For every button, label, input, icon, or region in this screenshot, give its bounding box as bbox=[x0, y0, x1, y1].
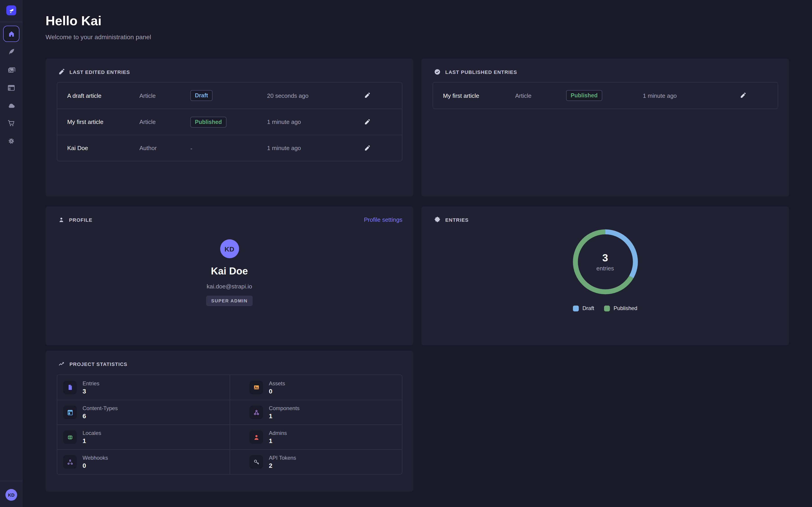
entry-time: 1 minute ago bbox=[267, 118, 364, 125]
edit-entry-button[interactable] bbox=[364, 119, 370, 125]
entry-kind: Article bbox=[139, 92, 190, 99]
stats-row: Webhooks 0 API Tokens 2 bbox=[57, 449, 402, 474]
status-badge: Published bbox=[566, 90, 602, 101]
media-library-icon bbox=[7, 66, 15, 74]
sidebar-divider bbox=[0, 22, 22, 22]
stat-api-tokens: API Tokens 2 bbox=[230, 450, 402, 474]
entry-kind: Article bbox=[515, 92, 566, 99]
card-title: ENTRIES bbox=[445, 217, 469, 222]
edit-entry-button[interactable] bbox=[364, 145, 370, 151]
feather-icon bbox=[7, 48, 15, 56]
stat-entries: Entries 3 bbox=[57, 375, 230, 400]
edit-entry-button[interactable] bbox=[740, 93, 746, 99]
legend-item-published: Published bbox=[604, 305, 637, 312]
profile-email: kai.doe@strapi.io bbox=[207, 283, 252, 290]
pencil-icon bbox=[364, 145, 370, 151]
layout-icon bbox=[7, 84, 15, 92]
pencil-icon bbox=[364, 93, 370, 99]
sidebar-item-settings[interactable] bbox=[0, 132, 22, 150]
entry-name: A draft article bbox=[67, 92, 139, 99]
stat-components: Components 1 bbox=[230, 400, 402, 425]
entries-chart-body: 3 entries Draft Published bbox=[421, 223, 789, 312]
layout-icon bbox=[63, 406, 77, 419]
pencil-icon bbox=[58, 68, 65, 75]
stat-value: 1 bbox=[269, 412, 300, 419]
stat-value: 1 bbox=[83, 437, 101, 444]
sidebar-item-home[interactable] bbox=[3, 26, 19, 42]
card-header: PROFILE Profile settings bbox=[46, 207, 413, 223]
entry-time: 1 minute ago bbox=[267, 145, 364, 152]
stat-webhooks: Webhooks 0 bbox=[57, 450, 230, 474]
cart-icon bbox=[7, 119, 15, 127]
entry-name: My first article bbox=[443, 92, 515, 99]
stat-label: Components bbox=[269, 405, 300, 411]
sidebar-item-content-manager[interactable] bbox=[0, 43, 22, 61]
document-icon bbox=[63, 381, 77, 394]
entry-time: 1 minute ago bbox=[643, 92, 740, 99]
card-header: LAST PUBLISHED ENTRIES bbox=[421, 59, 789, 75]
card-title: LAST EDITED ENTRIES bbox=[69, 69, 130, 74]
profile-card: PROFILE Profile settings KD Kai Doe kai.… bbox=[46, 207, 413, 345]
gear-icon bbox=[7, 137, 15, 145]
stats-table: Entries 3 Assets 0 bbox=[57, 375, 402, 474]
stat-value: 0 bbox=[83, 462, 108, 469]
card-title: PROJECT STATISTICS bbox=[69, 361, 128, 367]
stat-value: 0 bbox=[269, 387, 285, 395]
stat-label: Admins bbox=[269, 430, 287, 436]
card-title: PROFILE bbox=[69, 217, 93, 222]
sidebar-item-content-type-builder[interactable] bbox=[0, 79, 22, 97]
entries-table: A draft article Article Draft 20 seconds… bbox=[57, 82, 402, 161]
legend-label: Published bbox=[613, 305, 637, 312]
trend-up-icon bbox=[58, 360, 65, 367]
strapi-logo[interactable] bbox=[6, 5, 16, 15]
pencil-icon bbox=[740, 93, 746, 99]
stat-value: 3 bbox=[83, 387, 99, 395]
stats-row: Content-Types 6 Components 1 bbox=[57, 400, 402, 425]
profile-settings-link[interactable]: Profile settings bbox=[364, 216, 402, 223]
stat-label: Entries bbox=[83, 380, 99, 386]
stat-label: Locales bbox=[83, 430, 101, 436]
entry-time: 20 seconds ago bbox=[267, 92, 364, 99]
table-row: My first article Article Published 1 min… bbox=[433, 82, 778, 109]
components-icon bbox=[249, 406, 263, 419]
entries-table: My first article Article Published 1 min… bbox=[433, 82, 778, 109]
entry-name: Kai Doe bbox=[67, 145, 139, 152]
legend-swatch-published bbox=[604, 305, 610, 311]
edit-entry-button[interactable] bbox=[364, 93, 370, 99]
strapi-admin-dashboard: KD Hello Kai Welcome to your administrat… bbox=[0, 0, 812, 507]
sidebar-bottom-divider bbox=[0, 481, 22, 481]
key-icon bbox=[249, 455, 263, 469]
stat-label: Webhooks bbox=[83, 455, 108, 461]
card-header: ENTRIES bbox=[421, 207, 789, 223]
sidebar-item-media-library[interactable] bbox=[0, 61, 22, 79]
entry-kind: Article bbox=[139, 118, 190, 125]
user-avatar[interactable]: KD bbox=[5, 489, 17, 501]
entries-total: 3 bbox=[602, 252, 608, 264]
stat-value: 1 bbox=[269, 437, 287, 444]
page-subtitle: Welcome to your administration panel bbox=[46, 33, 151, 41]
card-title: LAST PUBLISHED ENTRIES bbox=[445, 69, 517, 74]
profile-name: Kai Doe bbox=[211, 266, 248, 277]
stat-locales: Locales 1 bbox=[57, 425, 230, 449]
page-title: Hello Kai bbox=[46, 13, 101, 29]
sidebar-item-marketplace[interactable] bbox=[0, 114, 22, 132]
last-edited-entries-card: LAST EDITED ENTRIES A draft article Arti… bbox=[46, 59, 413, 196]
entry-kind: Author bbox=[139, 145, 190, 152]
table-row: A draft article Article Draft 20 seconds… bbox=[57, 82, 402, 109]
picture-icon bbox=[249, 381, 263, 394]
profile-body: KD Kai Doe kai.doe@strapi.io SUPER ADMIN bbox=[46, 223, 413, 306]
sidebar-item-cloud[interactable] bbox=[0, 97, 22, 114]
entries-donut-chart: 3 entries bbox=[573, 229, 638, 294]
chart-legend: Draft Published bbox=[573, 305, 637, 312]
card-header: LAST EDITED ENTRIES bbox=[46, 59, 413, 75]
home-icon bbox=[7, 30, 15, 38]
stat-value: 6 bbox=[83, 412, 118, 419]
stats-row: Entries 3 Assets 0 bbox=[57, 375, 402, 400]
pencil-icon bbox=[364, 119, 370, 125]
stats-row: Locales 1 Admins 1 bbox=[57, 425, 402, 449]
stat-admins: Admins 1 bbox=[230, 425, 402, 449]
status-badge: Published bbox=[190, 116, 226, 127]
entries-total-label: entries bbox=[596, 265, 614, 272]
status-empty: - bbox=[190, 145, 192, 152]
entry-name: My first article bbox=[67, 118, 139, 125]
